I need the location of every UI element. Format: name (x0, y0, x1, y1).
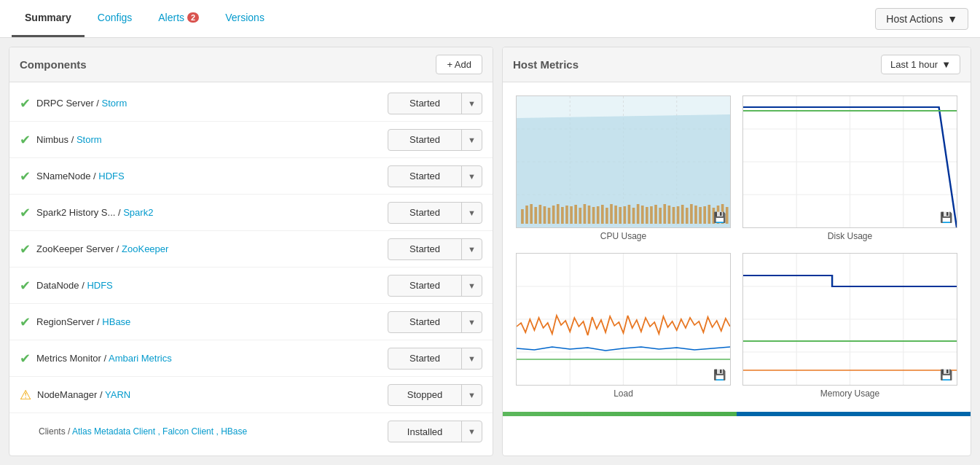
status-label: Started (388, 207, 461, 218)
metrics-panel: Host Metrics Last 1 hour ▼ 100% 50% (502, 47, 971, 456)
svg-rect-45 (686, 208, 689, 224)
status-dropdown[interactable]: Started ▼ (388, 202, 482, 224)
svg-rect-9 (525, 206, 528, 224)
component-info: ⚠ NodeManager / YARN (20, 387, 388, 403)
host-actions-button[interactable]: Host Actions ▼ (875, 8, 968, 30)
svg-rect-22 (584, 204, 587, 224)
components-panel-header: Components + Add (9, 47, 493, 82)
status-dropdown[interactable]: Started ▼ (388, 311, 482, 333)
component-link[interactable]: HBase (102, 316, 130, 327)
status-label: Started (388, 134, 461, 145)
svg-rect-25 (597, 206, 600, 224)
dropdown-arrow-icon: ▼ (461, 203, 482, 223)
add-component-button[interactable]: + Add (436, 55, 482, 74)
component-name: Metrics Monitor / Ambari Metrics (36, 353, 172, 364)
svg-rect-23 (588, 206, 591, 224)
dropdown-arrow-icon: ▼ (461, 385, 482, 405)
svg-rect-20 (574, 205, 577, 224)
component-name: Spark2 History S... / Spark2 (36, 207, 153, 218)
top-bar: Summary Configs Alerts 2 Versions Host A… (0, 0, 980, 38)
status-ok-icon: ✔ (20, 168, 31, 184)
status-dropdown[interactable]: Stopped ▼ (388, 384, 482, 406)
svg-rect-33 (632, 208, 635, 224)
component-link[interactable]: ZooKeeper (122, 243, 168, 254)
status-dropdown[interactable]: Started ▼ (388, 165, 482, 187)
component-row: ✔ DRPC Server / Storm Started ▼ (9, 85, 493, 122)
dropdown-arrow-icon: ▼ (461, 166, 482, 187)
memory-chart-container: 9.3 GB 4.6 GB (742, 253, 957, 386)
svg-rect-49 (703, 206, 706, 224)
memory-save-icon[interactable]: 💾 (940, 369, 952, 380)
status-label: Started (388, 243, 461, 254)
memory-chart-title: Memory Usage (742, 388, 957, 399)
component-link[interactable]: Ambari Metrics (109, 353, 172, 364)
cpu-save-icon[interactable]: 💾 (713, 211, 726, 223)
svg-rect-48 (699, 207, 702, 224)
tab-summary[interactable]: Summary (12, 0, 85, 37)
svg-rect-40 (663, 204, 666, 224)
svg-rect-26 (601, 205, 604, 224)
disk-save-icon[interactable]: 💾 (940, 211, 952, 223)
component-link[interactable]: Atlas Metadata Client , Falcon Client , … (72, 426, 247, 437)
time-range-button[interactable]: Last 1 hour ▼ (881, 55, 960, 74)
component-name: Clients / Atlas Metadata Client , Falcon… (39, 426, 247, 437)
time-chevron-icon: ▼ (941, 59, 951, 70)
charts-grid: 100% 50% (503, 82, 971, 412)
status-dropdown[interactable]: Started ▼ (388, 348, 482, 370)
tab-versions[interactable]: Versions (212, 0, 278, 37)
status-dropdown[interactable]: Started ▼ (388, 93, 482, 114)
component-list: ✔ DRPC Server / Storm Started ▼ ✔ Nimbus… (9, 82, 493, 453)
status-dropdown[interactable]: Started ▼ (388, 129, 482, 151)
status-label: Started (388, 171, 461, 181)
disk-chart-container: 372.5 GB 186.2 GB (742, 95, 957, 228)
cpu-chart-box: 100% 50% (510, 90, 737, 247)
svg-rect-21 (579, 208, 581, 224)
load-chart-container: 1 0.5 (516, 253, 731, 386)
dropdown-arrow-icon: ▼ (461, 130, 482, 150)
status-label: Started (388, 280, 461, 291)
svg-rect-30 (619, 207, 622, 224)
component-name: DataNode / HDFS (36, 280, 113, 291)
component-info: ✔ Spark2 History S... / Spark2 (20, 205, 388, 221)
svg-rect-17 (561, 207, 564, 224)
tab-alerts[interactable]: Alerts 2 (145, 0, 212, 37)
disk-chart-box: 372.5 GB 186.2 GB (737, 90, 963, 247)
component-link[interactable]: HDFS (98, 171, 124, 181)
load-save-icon[interactable]: 💾 (713, 369, 726, 380)
cpu-chart: 100% 50% (517, 96, 730, 227)
component-link[interactable]: Storm (102, 98, 128, 109)
component-link[interactable]: YARN (105, 389, 130, 400)
component-link[interactable]: HDFS (87, 280, 112, 291)
status-ok-icon: ✔ (20, 205, 31, 221)
component-link[interactable]: Spark2 (123, 207, 153, 218)
dropdown-arrow-icon: ▼ (461, 421, 482, 442)
tab-configs[interactable]: Configs (85, 0, 145, 37)
host-actions-chevron-icon: ▼ (947, 13, 957, 25)
component-link[interactable]: Storm (77, 134, 102, 145)
status-ok-icon: ✔ (20, 132, 31, 148)
status-dropdown[interactable]: Started ▼ (388, 275, 482, 297)
status-warn-icon: ⚠ (20, 387, 31, 403)
memory-chart: 9.3 GB 4.6 GB (743, 254, 957, 385)
component-row: ✔ ZooKeeper Server / ZooKeeper Started ▼ (9, 231, 493, 267)
svg-rect-34 (637, 204, 640, 224)
component-name: NodeManager / YARN (37, 389, 130, 400)
status-dropdown[interactable]: Started ▼ (388, 238, 482, 260)
bottom-blue-bar (737, 412, 971, 416)
component-info: ✔ Nimbus / Storm (20, 132, 388, 148)
component-info: ✔ DataNode / HDFS (20, 278, 388, 294)
status-dropdown[interactable]: Installed ▼ (388, 421, 482, 442)
dropdown-arrow-icon: ▼ (461, 312, 482, 332)
svg-rect-14 (548, 208, 551, 224)
component-info: Clients / Atlas Metadata Client , Falcon… (20, 426, 388, 437)
status-ok-icon: ✔ (20, 314, 31, 330)
svg-rect-31 (624, 206, 627, 224)
svg-rect-37 (650, 206, 653, 224)
svg-rect-27 (605, 208, 608, 224)
svg-rect-28 (610, 204, 613, 224)
component-row: ✔ Spark2 History S... / Spark2 Started ▼ (9, 195, 493, 231)
alerts-badge: 2 (187, 12, 199, 23)
component-info: ✔ SNameNode / HDFS (20, 168, 388, 184)
svg-rect-36 (646, 207, 648, 224)
load-chart: 1 0.5 (517, 254, 730, 385)
